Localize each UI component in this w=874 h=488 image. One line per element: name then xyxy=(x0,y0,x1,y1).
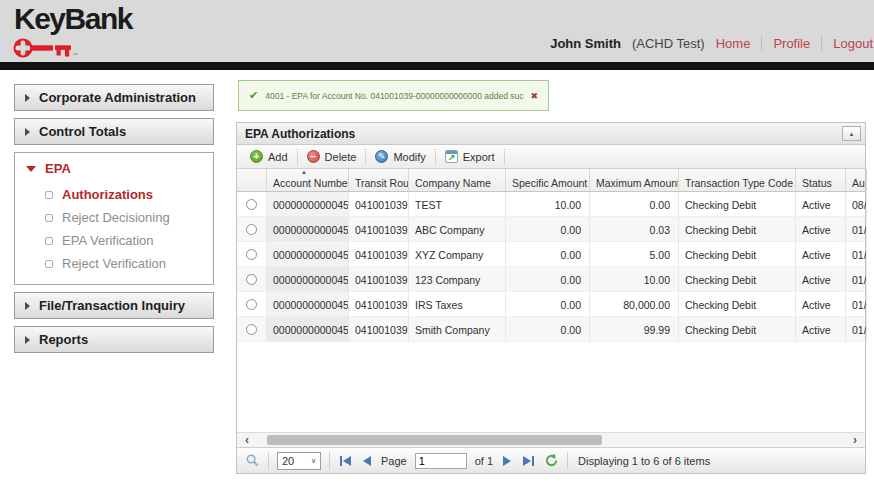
toolbar-button-label: Add xyxy=(268,151,288,163)
bullet-icon xyxy=(45,260,53,268)
panel-title: EPA Authorizations xyxy=(245,127,842,141)
cell-maximum: 10.00 xyxy=(590,267,679,291)
sidebar-section-corporate-administration[interactable]: Corporate Administration xyxy=(14,84,214,111)
cell-transit: 041001039 xyxy=(349,292,409,316)
grid-header-row: ▲Account NumberTransit RoutiCompany Name… xyxy=(237,169,865,192)
row-select-cell xyxy=(237,242,267,266)
cell-specific: 0.00 xyxy=(506,242,590,266)
sidebar-item-authorizations[interactable]: Authorizations xyxy=(15,183,213,206)
sidebar-item-label: Reject Decisioning xyxy=(62,210,170,225)
cell-company: TEST xyxy=(409,192,506,216)
next-page-button[interactable] xyxy=(501,456,513,466)
row-radio[interactable] xyxy=(246,249,257,260)
cell-company: Smith Company xyxy=(409,317,506,341)
page-number-input[interactable] xyxy=(415,453,467,469)
scrollbar-thumb[interactable] xyxy=(267,435,602,445)
cell-specific: 10.00 xyxy=(506,192,590,216)
table-row[interactable]: 00000000000458041001039Smith Company0.00… xyxy=(237,317,865,342)
row-select-cell xyxy=(237,192,267,216)
sidebar-section-reports[interactable]: Reports xyxy=(14,326,214,353)
column-header-account-number[interactable]: ▲Account Number xyxy=(267,169,349,191)
delete-button[interactable]: −Delete xyxy=(298,145,366,168)
add-icon: + xyxy=(250,150,263,163)
row-radio[interactable] xyxy=(246,299,257,310)
cell-type: Checking Debit xyxy=(679,292,796,316)
chevron-down-icon: ∨ xyxy=(311,457,316,465)
row-select-cell xyxy=(237,217,267,241)
bullet-icon xyxy=(45,237,53,245)
toolbar-button-label: Modify xyxy=(393,151,425,163)
column-header-label: Specific Amount xyxy=(512,177,587,189)
cell-maximum: 0.03 xyxy=(590,217,679,241)
cell-status: Active xyxy=(796,317,846,341)
cell-type: Checking Debit xyxy=(679,192,796,216)
modify-button[interactable]: ✎Modify xyxy=(366,145,434,168)
row-radio[interactable] xyxy=(246,324,257,335)
search-icon[interactable] xyxy=(245,453,260,468)
column-header-transit-routi[interactable]: Transit Routi xyxy=(349,169,409,191)
column-header-label: Status xyxy=(802,177,832,189)
sidebar-item-reject-verification[interactable]: Reject Verification xyxy=(15,252,213,275)
grid-body: 00000000000458041001039TEST10.000.00Chec… xyxy=(237,192,865,342)
export-icon-glyph: ↗ xyxy=(448,154,456,163)
chevron-right-icon xyxy=(25,336,30,344)
first-page-button[interactable] xyxy=(338,456,353,466)
add-button[interactable]: +Add xyxy=(241,145,297,168)
column-header-maximum-amount[interactable]: Maximum Amount xyxy=(590,169,679,191)
column-header-select[interactable] xyxy=(237,169,267,191)
sidebar-section-control-totals[interactable]: Control Totals xyxy=(14,118,214,145)
last-page-icon xyxy=(523,456,531,466)
cell-specific: 0.00 xyxy=(506,292,590,316)
row-radio[interactable] xyxy=(246,224,257,235)
user-context: (ACHD Test) xyxy=(632,36,705,51)
sidebar-section-header-epa[interactable]: EPA xyxy=(15,153,213,183)
cell-auth: 01/ xyxy=(846,292,867,316)
header-links: HomeProfileLogout xyxy=(716,36,873,51)
row-radio[interactable] xyxy=(246,199,257,210)
scroll-left-icon[interactable]: ‹ xyxy=(239,433,255,447)
table-row[interactable]: 00000000000458041001039XYZ Company0.005.… xyxy=(237,242,865,267)
link-profile[interactable]: Profile xyxy=(773,36,810,51)
sidebar-section-file-transaction-inquiry[interactable]: File/Transaction Inquiry xyxy=(14,292,214,319)
refresh-icon[interactable] xyxy=(544,453,559,468)
column-header-company-name[interactable]: Company Name xyxy=(409,169,506,191)
column-header-status[interactable]: Status xyxy=(796,169,846,191)
column-header-label: Maximum Amount xyxy=(596,177,679,189)
sidebar-item-epa-verification[interactable]: EPA Verification xyxy=(15,229,213,252)
row-select-cell xyxy=(237,317,267,341)
table-row[interactable]: 00000000000458041001039IRS Taxes0.0080,0… xyxy=(237,292,865,317)
page-size-select[interactable]: 20 ∨ xyxy=(277,452,321,470)
sidebar-item-reject-decisioning[interactable]: Reject Decisioning xyxy=(15,206,213,229)
column-header-transaction-type-code[interactable]: Transaction Type Code xyxy=(679,169,796,191)
link-logout[interactable]: Logout xyxy=(833,36,873,51)
table-row[interactable]: 00000000000458041001039TEST10.000.00Chec… xyxy=(237,192,865,217)
scroll-right-icon[interactable]: › xyxy=(847,433,863,447)
epa-authorizations-panel: EPA Authorizations ▲ +Add−Delete✎Modify↗… xyxy=(236,122,866,474)
column-header-label: Au xyxy=(852,177,865,189)
export-button[interactable]: ↗Export xyxy=(436,145,504,168)
sort-ascending-icon: ▲ xyxy=(301,169,307,175)
success-alert: ✔ 4001 - EPA for Account No. 041001039-0… xyxy=(238,80,549,111)
column-header-specific-amount[interactable]: Specific Amount xyxy=(506,169,590,191)
link-home[interactable]: Home xyxy=(716,36,751,51)
cell-maximum: 99.99 xyxy=(590,317,679,341)
column-header-au[interactable]: Au xyxy=(846,169,867,191)
last-page-button[interactable] xyxy=(521,456,536,466)
modify-icon-glyph: ✎ xyxy=(379,153,386,161)
alert-message: 4001 - EPA for Account No. 041001039-000… xyxy=(265,91,524,101)
pager-separator xyxy=(268,452,269,470)
collapse-panel-button[interactable]: ▲ xyxy=(842,126,861,141)
row-radio[interactable] xyxy=(246,274,257,285)
chevron-down-icon xyxy=(26,166,36,172)
table-row[interactable]: 00000000000458041001039123 Company0.0010… xyxy=(237,267,865,292)
sidebar-section-epa: EPAAuthorizationsReject DecisioningEPA V… xyxy=(14,152,214,285)
close-icon[interactable]: ✖ xyxy=(530,91,538,101)
header-divider-bar xyxy=(0,62,874,70)
cell-auth: 08/ xyxy=(846,192,867,216)
delete-icon-glyph: − xyxy=(310,152,316,162)
previous-page-button[interactable] xyxy=(361,456,373,466)
cell-type: Checking Debit xyxy=(679,317,796,341)
sidebar-item-label: Reject Verification xyxy=(62,256,166,271)
table-row[interactable]: 00000000000458041001039ABC Company0.000.… xyxy=(237,217,865,242)
chevron-right-icon xyxy=(25,302,30,310)
